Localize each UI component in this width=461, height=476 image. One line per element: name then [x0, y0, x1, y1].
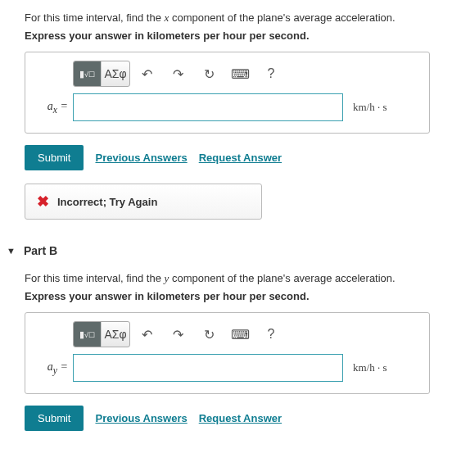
submit-button-a[interactable]: Submit: [25, 145, 84, 170]
action-row-b: Submit Previous Answers Request Answer: [25, 406, 461, 431]
part-a-body: For this time interval, find the x compo…: [0, 0, 461, 220]
keyboard-button[interactable]: ⌨: [225, 322, 255, 347]
input-row-a: ax = km/h · s: [37, 93, 418, 121]
part-b-body: For this time interval, find the y compo…: [0, 261, 461, 441]
answer-input-b[interactable]: [73, 354, 343, 382]
feedback-box: ✖ Incorrect; Try Again: [25, 184, 262, 220]
request-answer-link-b[interactable]: Request Answer: [199, 412, 282, 424]
action-row-a: Submit Previous Answers Request Answer: [25, 145, 461, 170]
part-a-instruction: Express your answer in kilometers per ho…: [25, 29, 461, 42]
prompt-text-pre: For this time interval, find the: [25, 272, 165, 284]
template-button[interactable]: ▮√☐: [74, 322, 102, 347]
incorrect-icon: ✖: [37, 193, 49, 211]
answer-box-a: ▮√☐ ΑΣφ ↶ ↷ ↻ ⌨ ? ax = km/h · s: [25, 52, 430, 134]
redo-button[interactable]: ↷: [163, 61, 192, 86]
template-button[interactable]: ▮√☐: [74, 61, 102, 86]
part-b-instruction: Express your answer in kilometers per ho…: [25, 290, 461, 302]
unit-b: km/h · s: [353, 361, 387, 374]
previous-answers-link-a[interactable]: Previous Answers: [95, 152, 187, 164]
var-label-a: ax =: [37, 100, 68, 116]
feedback-text: Incorrect; Try Again: [57, 196, 157, 208]
greek-button[interactable]: ΑΣφ: [102, 322, 129, 347]
request-answer-link-a[interactable]: Request Answer: [199, 152, 282, 164]
var-label-b: ay =: [37, 360, 68, 376]
redo-button[interactable]: ↷: [163, 322, 192, 347]
caret-down-icon: ▼: [7, 246, 16, 256]
help-button[interactable]: ?: [256, 61, 286, 86]
answer-box-b: ▮√☐ ΑΣφ ↶ ↷ ↻ ⌨ ? ay = km/h · s: [25, 312, 430, 394]
prompt-text-post: component of the plane's average acceler…: [169, 11, 395, 24]
undo-button[interactable]: ↶: [132, 322, 161, 347]
toolbar-group: ▮√☐ ΑΣφ: [73, 61, 130, 87]
prompt-text-post: component of the plane's average acceler…: [169, 272, 395, 284]
input-row-b: ay = km/h · s: [37, 354, 418, 382]
undo-button[interactable]: ↶: [132, 61, 161, 86]
reset-button[interactable]: ↻: [194, 61, 224, 86]
reset-button[interactable]: ↻: [194, 322, 224, 347]
previous-answers-link-b[interactable]: Previous Answers: [95, 412, 187, 424]
prompt-text-pre: For this time interval, find the: [25, 11, 165, 24]
part-b-header[interactable]: ▼ Part B: [7, 244, 461, 257]
formula-toolbar-b: ▮√☐ ΑΣφ ↶ ↷ ↻ ⌨ ?: [73, 321, 418, 347]
keyboard-button[interactable]: ⌨: [225, 61, 255, 86]
answer-input-a[interactable]: [73, 93, 343, 121]
unit-a: km/h · s: [353, 101, 387, 114]
help-button[interactable]: ?: [256, 322, 286, 347]
greek-button[interactable]: ΑΣφ: [102, 61, 129, 86]
part-b-title: Part B: [24, 244, 57, 257]
part-a-prompt: For this time interval, find the x compo…: [25, 11, 461, 25]
formula-toolbar-a: ▮√☐ ΑΣφ ↶ ↷ ↻ ⌨ ?: [73, 61, 418, 87]
part-b-prompt: For this time interval, find the y compo…: [25, 272, 461, 285]
toolbar-group: ▮√☐ ΑΣφ: [73, 321, 130, 347]
submit-button-b[interactable]: Submit: [25, 406, 84, 431]
